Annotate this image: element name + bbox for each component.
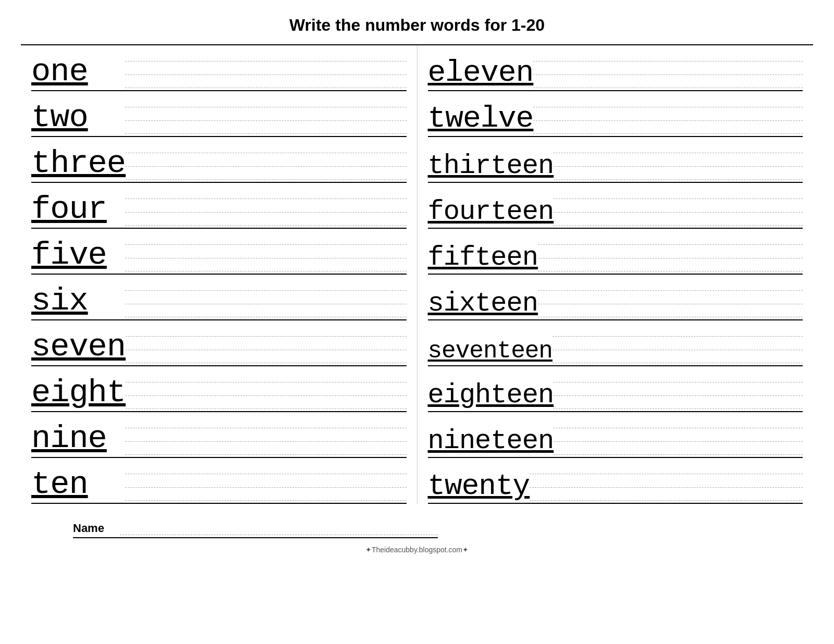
write-lines[interactable] bbox=[126, 324, 406, 365]
word-label: twenty bbox=[428, 472, 530, 503]
word-label: fifteen bbox=[428, 244, 538, 274]
word-label: six bbox=[31, 285, 125, 319]
word-row: fifteen bbox=[428, 229, 803, 275]
word-row: three bbox=[31, 137, 407, 183]
word-row: sixteen bbox=[428, 275, 803, 320]
write-lines[interactable] bbox=[125, 94, 407, 136]
word-row: six bbox=[31, 275, 407, 320]
write-lines[interactable] bbox=[554, 186, 803, 228]
footer-text: ✦Theideacubby.blogspot.com✦ bbox=[21, 546, 813, 554]
word-label: one bbox=[31, 56, 125, 90]
write-lines[interactable] bbox=[554, 140, 803, 182]
word-label: seventeen bbox=[428, 339, 553, 365]
word-row: fourteen bbox=[428, 183, 803, 229]
word-label: fourteen bbox=[428, 199, 554, 228]
write-lines[interactable] bbox=[554, 369, 803, 411]
right-column: eleventwelvethirteenfourteenfifteensixte… bbox=[418, 45, 814, 504]
word-row: four bbox=[31, 183, 407, 229]
word-label: two bbox=[31, 102, 125, 136]
write-lines[interactable] bbox=[554, 415, 803, 457]
word-label: eight bbox=[31, 377, 126, 411]
word-label: ten bbox=[31, 468, 125, 503]
word-label: thirteen bbox=[428, 153, 554, 182]
word-row: twelve bbox=[428, 91, 803, 137]
write-lines[interactable] bbox=[533, 94, 803, 136]
word-row: eighteen bbox=[428, 366, 803, 412]
word-row: one bbox=[31, 45, 407, 91]
word-label: sixteen bbox=[428, 290, 538, 319]
word-row: two bbox=[31, 91, 407, 137]
word-label: twelve bbox=[428, 104, 534, 136]
word-row: five bbox=[31, 229, 407, 275]
word-row: nine bbox=[31, 412, 407, 458]
write-lines[interactable] bbox=[126, 140, 406, 182]
word-label: nineteen bbox=[428, 428, 554, 457]
write-lines[interactable] bbox=[533, 48, 803, 90]
write-lines[interactable] bbox=[553, 324, 803, 365]
word-row: thirteen bbox=[428, 137, 803, 183]
write-lines[interactable] bbox=[125, 461, 407, 503]
write-lines[interactable] bbox=[125, 232, 407, 274]
write-lines[interactable] bbox=[530, 461, 803, 503]
word-label: seven bbox=[31, 331, 126, 365]
word-row: twenty bbox=[428, 458, 803, 504]
write-lines[interactable] bbox=[538, 232, 803, 274]
write-lines[interactable] bbox=[125, 278, 407, 319]
write-lines[interactable] bbox=[125, 186, 407, 228]
write-lines[interactable] bbox=[125, 415, 407, 457]
name-label: Name bbox=[73, 522, 115, 535]
word-label: four bbox=[31, 193, 125, 228]
word-label: nine bbox=[31, 423, 125, 457]
page-title: Write the number words for 1-20 bbox=[21, 16, 813, 35]
word-label: eighteen bbox=[428, 382, 554, 411]
word-label: five bbox=[31, 239, 125, 274]
write-lines[interactable] bbox=[538, 278, 803, 319]
word-row: seventeen bbox=[428, 320, 803, 366]
word-row: seven bbox=[31, 320, 407, 366]
write-lines[interactable] bbox=[125, 48, 407, 90]
word-label: eleven bbox=[428, 58, 534, 90]
word-row: ten bbox=[31, 458, 407, 504]
word-row: nineteen bbox=[428, 412, 803, 458]
word-label: three bbox=[31, 147, 126, 182]
word-row: eleven bbox=[428, 45, 803, 91]
word-row: eight bbox=[31, 366, 407, 412]
write-lines[interactable] bbox=[126, 369, 406, 411]
left-column: onetwothreefourfivesixseveneightnineten bbox=[21, 45, 418, 504]
